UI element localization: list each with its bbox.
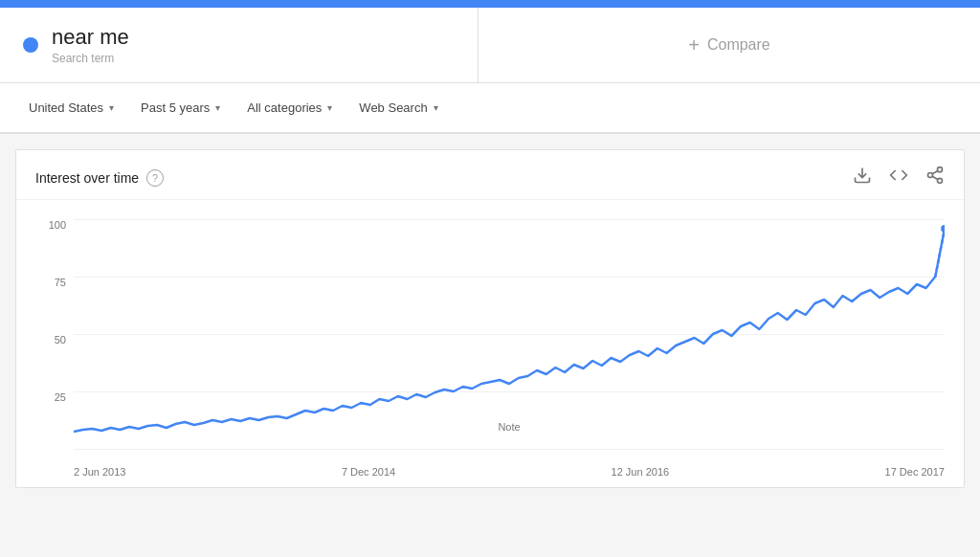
search-dot [23, 37, 38, 53]
chart-title-row: Interest over time ? [35, 169, 164, 187]
compare-box[interactable]: + Compare [479, 8, 980, 82]
grid-line-0 [74, 449, 945, 450]
search-term-sublabel: Search term [52, 52, 129, 65]
x-label-2: 7 Dec 2014 [342, 466, 395, 478]
y-label-100: 100 [49, 219, 66, 231]
filter-searchtype-label: Web Search [359, 100, 427, 115]
filter-timerange-arrow: ▾ [215, 102, 220, 113]
chart-container: 100 75 50 25 Note [16, 200, 964, 487]
search-term-box: near me Search term [0, 8, 479, 82]
download-icon[interactable] [853, 166, 872, 189]
filters-bar: United States ▾ Past 5 years ▾ All categ… [0, 83, 980, 134]
y-label-50: 50 [55, 334, 66, 345]
search-section: near me Search term + Compare [0, 8, 980, 83]
chart-header: Interest over time ? [16, 150, 964, 200]
x-axis-labels: 2 Jun 2013 7 Dec 2014 12 Jun 2016 17 Dec… [74, 466, 945, 478]
y-label-25: 25 [55, 391, 66, 403]
filter-location-label: United States [29, 100, 103, 115]
help-icon[interactable]: ? [146, 169, 164, 187]
trend-chart [74, 219, 945, 449]
top-bar [0, 0, 980, 8]
embed-icon[interactable] [889, 166, 908, 189]
filter-timerange-label: Past 5 years [141, 100, 210, 115]
svg-point-2 [928, 173, 933, 178]
x-label-1: 2 Jun 2013 [74, 466, 125, 478]
x-label-4: 17 Dec 2017 [885, 466, 945, 478]
svg-line-5 [932, 170, 938, 173]
chart-actions [853, 166, 945, 189]
chart-title: Interest over time [35, 170, 139, 186]
filter-searchtype[interactable]: Web Search ▾ [349, 95, 447, 121]
x-label-3: 12 Jun 2016 [612, 466, 670, 478]
filter-category-label: All categories [247, 100, 322, 115]
y-label-75: 75 [55, 277, 66, 288]
y-axis-labels: 100 75 50 25 [26, 219, 66, 449]
filter-timerange[interactable]: Past 5 years ▾ [131, 95, 230, 121]
svg-point-7 [941, 225, 945, 233]
svg-line-4 [932, 176, 938, 179]
filter-category[interactable]: All categories ▾ [237, 95, 342, 121]
svg-point-1 [938, 167, 943, 172]
filter-location-arrow: ▾ [109, 102, 114, 113]
filter-location[interactable]: United States ▾ [19, 95, 123, 121]
compare-plus-icon: + [688, 34, 700, 56]
main-content: Interest over time ? [15, 149, 965, 488]
chart-area: Note [74, 219, 945, 449]
svg-point-3 [938, 178, 943, 183]
compare-label: Compare [707, 36, 770, 54]
search-term-label: near me [52, 25, 129, 50]
share-icon[interactable] [925, 166, 945, 189]
filter-category-arrow: ▾ [327, 102, 332, 113]
filter-searchtype-arrow: ▾ [434, 102, 438, 113]
